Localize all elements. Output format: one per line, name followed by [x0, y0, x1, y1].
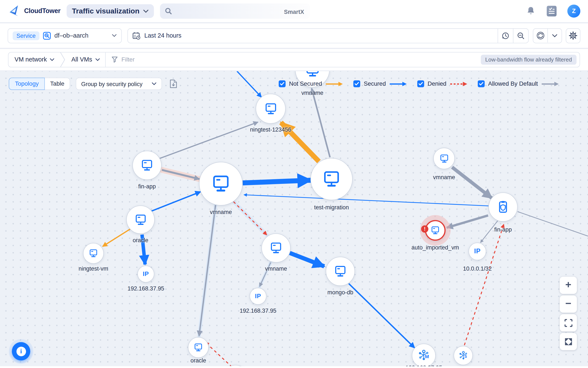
- check-icon: [280, 82, 285, 86]
- legend-checkbox-denied[interactable]: [417, 80, 424, 87]
- chevron-down-icon: [152, 82, 157, 85]
- notifications-bell-icon[interactable]: [526, 6, 536, 17]
- node-ningtest-123456[interactable]: [256, 94, 286, 124]
- edge-secured[interactable]: [244, 195, 488, 206]
- avatar-initial: Z: [572, 8, 576, 15]
- edge-secured[interactable]: [237, 71, 261, 97]
- group-by-select[interactable]: Group by security policy: [76, 78, 162, 90]
- service-select[interactable]: Service df–ob–aarch: [8, 28, 122, 43]
- node-oracle-mid[interactable]: [126, 205, 155, 234]
- node-fin-app-right[interactable]: [488, 193, 517, 221]
- edge-default[interactable]: [160, 122, 258, 158]
- node-fin-app-left[interactable]: [132, 151, 161, 180]
- user-avatar[interactable]: Z: [567, 5, 580, 18]
- chevron-down-icon: [50, 58, 55, 61]
- filter-input[interactable]: Filter Low-bandwidth flow already filter…: [106, 55, 580, 65]
- edge-default[interactable]: [447, 215, 488, 228]
- info-icon: i: [16, 346, 26, 356]
- edge-default[interactable]: [517, 212, 588, 236]
- search-icon: [165, 7, 172, 15]
- zoom-out-time-button[interactable]: [513, 28, 528, 43]
- node-ip-mid[interactable]: IP: [250, 288, 266, 304]
- node-ip-right[interactable]: IP: [468, 243, 486, 260]
- time-range-picker[interactable]: Last 24 hours: [128, 28, 529, 43]
- legend-arrow-denied: [450, 81, 468, 87]
- node-svc-s[interactable]: S: [454, 346, 473, 365]
- legend-label: Secured: [364, 80, 386, 87]
- legend-arrow-default: [541, 81, 559, 87]
- chevron-down-icon: [112, 34, 117, 37]
- edge-default[interactable]: [452, 167, 492, 198]
- topology-canvas[interactable]: Topology Table Group by security policy …: [0, 71, 588, 366]
- observability-icon: [43, 32, 51, 40]
- task-center-icon[interactable]: [546, 5, 557, 17]
- node-vmname-bottom[interactable]: [261, 233, 290, 262]
- filter-placeholder: Filter: [121, 56, 135, 63]
- edge-denied[interactable]: [233, 202, 267, 235]
- legend-checkbox-secured[interactable]: [353, 80, 360, 87]
- svg-text:M: M: [425, 354, 429, 359]
- cloudtower-logo-icon: [8, 5, 22, 18]
- zoom-controls: + −: [560, 276, 577, 350]
- vm-scope-select[interactable]: All VMs: [66, 56, 105, 63]
- edge-denied[interactable]: [205, 342, 232, 366]
- edge-legend: Not Secured Secured Denied Allowed By De…: [279, 78, 559, 90]
- service-icon: M: [417, 349, 431, 362]
- brand[interactable]: CloudTower: [8, 5, 60, 18]
- legend-checkbox-notsecured[interactable]: [279, 80, 285, 87]
- ip-icon: IP: [474, 248, 481, 255]
- tab-topology[interactable]: Topology: [9, 78, 45, 90]
- node-mongo-db[interactable]: [326, 257, 355, 286]
- node-label-mongo-db: mongo-db: [327, 289, 353, 295]
- edge-notsecured[interactable]: [103, 228, 132, 247]
- chevron-down-icon: [95, 58, 100, 61]
- refresh-icon: [536, 31, 544, 40]
- vm-scope-value: All VMs: [71, 56, 92, 63]
- vm-icon: [304, 71, 321, 78]
- fullscreen-button[interactable]: [560, 333, 577, 350]
- export-button[interactable]: [168, 78, 179, 90]
- filter-funnel-icon: [112, 56, 118, 63]
- node-ip-left[interactable]: IP: [137, 266, 154, 282]
- node-label-vmname-top: vmname: [301, 90, 323, 96]
- node-vmname-big[interactable]: [199, 162, 243, 205]
- tab-table[interactable]: Table: [45, 78, 70, 90]
- node-label-vmname-tr: vmname: [433, 174, 455, 180]
- vm-icon: [264, 102, 278, 116]
- network-select[interactable]: VM network: [15, 56, 60, 63]
- time-history-button[interactable]: [498, 28, 513, 43]
- legend-label: Not Secured: [289, 80, 322, 87]
- nav-title-dropdown[interactable]: Traffic visualization: [67, 4, 154, 18]
- vm-icon: [140, 158, 154, 172]
- node-label-fin-app-left: fin-app: [138, 183, 156, 189]
- node-label-vmname-big: vmname: [210, 208, 232, 215]
- node-vmname-tr[interactable]: [433, 148, 455, 169]
- edge-default[interactable]: [199, 205, 215, 336]
- zoom-in-button[interactable]: +: [560, 276, 577, 294]
- edge-default[interactable]: [162, 170, 200, 179]
- node-label-ip-right: 10.0.0.1/32: [463, 265, 492, 272]
- edge-default[interactable]: [311, 88, 330, 157]
- breadcrumb-separator: [60, 52, 66, 67]
- node-ningtest-vm[interactable]: [83, 243, 104, 264]
- refresh-options-button[interactable]: [547, 29, 561, 43]
- legend-item-secured: Secured: [353, 80, 407, 87]
- info-button[interactable]: i: [12, 342, 30, 360]
- edge-secured[interactable]: [150, 192, 201, 212]
- zoom-out-icon: [517, 32, 525, 40]
- vm-icon: [88, 248, 99, 258]
- check-icon: [355, 82, 359, 86]
- fit-view-button[interactable]: [560, 314, 577, 331]
- edge-secured[interactable]: [290, 253, 324, 266]
- legend-checkbox-default[interactable]: [478, 80, 485, 87]
- edge-denied[interactable]: [464, 224, 504, 345]
- node-oracle-bottom[interactable]: [188, 337, 209, 358]
- brand-name: CloudTower: [24, 7, 60, 15]
- node-test-migration[interactable]: [310, 158, 353, 200]
- zoom-out-button[interactable]: −: [560, 295, 577, 313]
- settings-button[interactable]: [566, 28, 580, 43]
- refresh-button[interactable]: [533, 29, 547, 43]
- node-svc-m[interactable]: M: [412, 344, 436, 366]
- edge-secured[interactable]: [243, 180, 311, 183]
- edge-secured[interactable]: [349, 284, 414, 348]
